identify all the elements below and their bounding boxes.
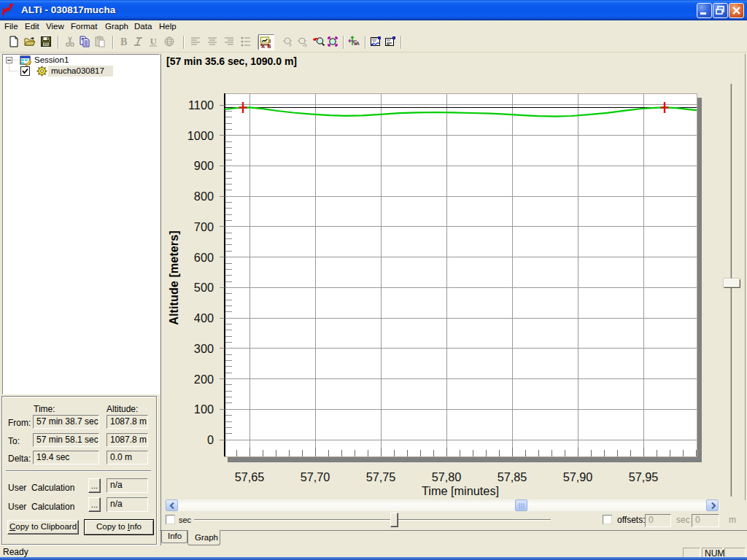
svg-text:57,90: 57,90: [563, 470, 593, 483]
svg-text:100: 100: [194, 402, 214, 416]
svg-text:57,75: 57,75: [366, 470, 396, 483]
svg-text:Altitude [meters]: Altitude [meters]: [167, 230, 180, 324]
svg-text:800: 800: [194, 190, 214, 203]
svg-text:500: 500: [194, 281, 214, 294]
svg-text:B: B: [268, 44, 271, 48]
svg-text:xy: xy: [303, 43, 307, 47]
svg-text:57,65: 57,65: [235, 470, 265, 483]
svg-text:57,70: 57,70: [301, 470, 330, 483]
svg-text:B: B: [120, 36, 127, 47]
svg-text:400: 400: [194, 311, 214, 324]
svg-text:Time [minutes]: Time [minutes]: [422, 484, 499, 497]
svg-text:700: 700: [194, 220, 214, 233]
svg-text:57,95: 57,95: [629, 470, 659, 483]
svg-text:1000: 1000: [187, 129, 214, 142]
svg-text:1100: 1100: [188, 98, 214, 112]
svg-text:A: A: [261, 44, 265, 48]
svg-text:200: 200: [194, 373, 214, 386]
svg-text:57,80: 57,80: [432, 470, 462, 483]
svg-text:300: 300: [194, 342, 214, 355]
svg-text:57,85: 57,85: [498, 470, 527, 483]
svg-text:600: 600: [194, 251, 214, 264]
svg-text:U: U: [150, 36, 158, 47]
svg-text:x: x: [289, 43, 291, 47]
svg-text:900: 900: [194, 159, 214, 172]
svg-text:0: 0: [207, 433, 214, 446]
svg-text:A: A: [356, 41, 360, 46]
